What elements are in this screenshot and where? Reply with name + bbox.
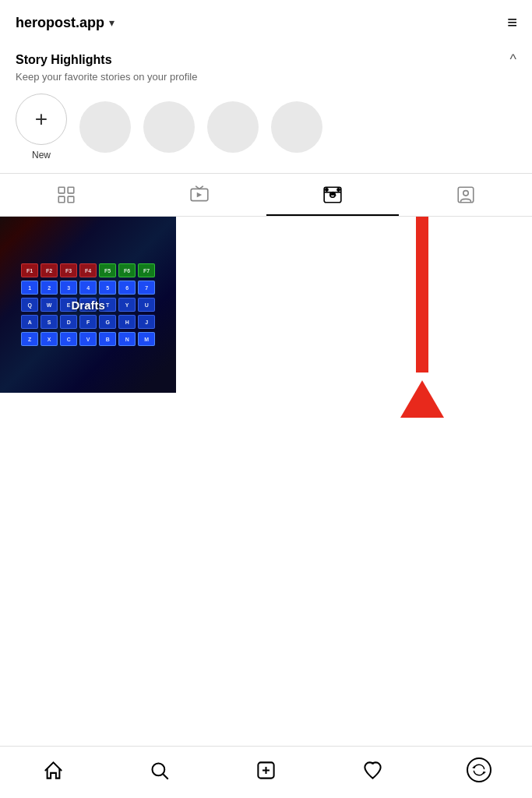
nav-likes[interactable] — [319, 754, 426, 786]
grid-content: F1 F2 F3 F4 F5 F6 F7 1 2 3 4 5 — [0, 217, 532, 393]
search-icon — [149, 760, 170, 781]
highlight-circle-empty-3[interactable] — [207, 101, 259, 153]
main-content: F1 F2 F3 F4 F5 F6 F7 1 2 3 4 5 — [0, 217, 532, 746]
svg-rect-3 — [69, 196, 75, 203]
menu-icon[interactable]: ≡ — [507, 14, 516, 31]
chevron-down-icon[interactable]: ▾ — [109, 16, 115, 29]
draft-label: Drafts — [0, 298, 176, 312]
highlights-subtitle: Keep your favorite stories on your profi… — [16, 71, 516, 83]
collapse-icon[interactable]: ^ — [510, 51, 516, 68]
tab-reels[interactable] — [266, 174, 400, 216]
highlight-circle-empty-2[interactable] — [143, 101, 195, 153]
svg-rect-11 — [458, 187, 474, 203]
svg-point-13 — [153, 763, 165, 775]
sync-arrows-icon — [472, 763, 486, 777]
tab-grid[interactable] — [0, 174, 133, 216]
highlight-circle-empty-4[interactable] — [271, 101, 322, 153]
nav-search[interactable] — [107, 754, 213, 786]
reels-icon — [322, 185, 343, 205]
add-icon — [255, 760, 277, 781]
app-header: heropost.app ▾ ≡ — [0, 0, 532, 41]
new-label: New — [32, 150, 51, 161]
tabs-bar — [0, 174, 532, 217]
new-circle[interactable]: + — [16, 94, 67, 145]
svg-point-12 — [463, 191, 468, 196]
app-title: heropost.app — [16, 15, 104, 31]
new-highlight-button[interactable]: + New — [16, 94, 67, 161]
grid-icon — [56, 185, 76, 205]
nav-profile[interactable] — [425, 754, 532, 786]
plus-icon: + — [35, 108, 48, 130]
profile-circle-icon — [467, 757, 491, 782]
svg-rect-2 — [59, 196, 65, 203]
svg-point-8 — [337, 189, 340, 191]
nav-add[interactable] — [213, 754, 319, 786]
highlights-header: Story Highlights ^ — [16, 51, 516, 68]
svg-rect-1 — [69, 187, 75, 193]
svg-point-7 — [326, 189, 328, 191]
tab-tagged[interactable] — [399, 174, 532, 216]
tagged-icon — [456, 185, 476, 205]
nav-home[interactable] — [0, 754, 107, 786]
home-icon — [43, 760, 64, 781]
bottom-nav — [0, 746, 532, 798]
draft-image: F1 F2 F3 F4 F5 F6 F7 1 2 3 4 5 — [0, 217, 176, 393]
highlight-circle-empty-1[interactable] — [79, 101, 131, 153]
tv-icon — [189, 185, 210, 205]
tab-igtv[interactable] — [133, 174, 266, 216]
heart-icon — [362, 760, 383, 781]
draft-item[interactable]: F1 F2 F3 F4 F5 F6 F7 1 2 3 4 5 — [0, 217, 176, 393]
story-highlights-section: Story Highlights ^ Keep your favorite st… — [0, 41, 532, 174]
header-left[interactable]: heropost.app ▾ — [16, 15, 115, 31]
highlights-title: Story Highlights — [16, 53, 112, 67]
svg-line-14 — [164, 774, 168, 779]
svg-rect-0 — [59, 187, 65, 193]
highlights-circles: + New — [16, 94, 516, 161]
